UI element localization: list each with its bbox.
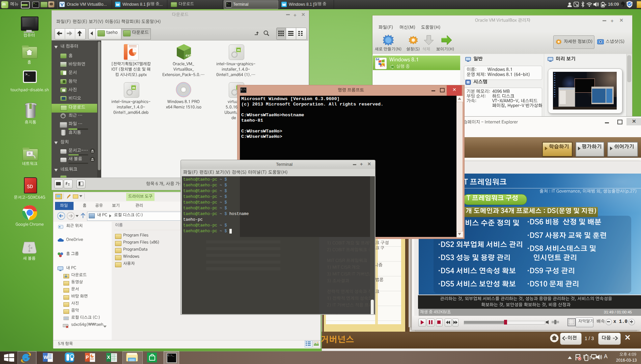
svg-text:m: m xyxy=(132,86,135,90)
svg-text:m: m xyxy=(237,48,240,52)
svg-text:ext: ext xyxy=(186,53,191,57)
